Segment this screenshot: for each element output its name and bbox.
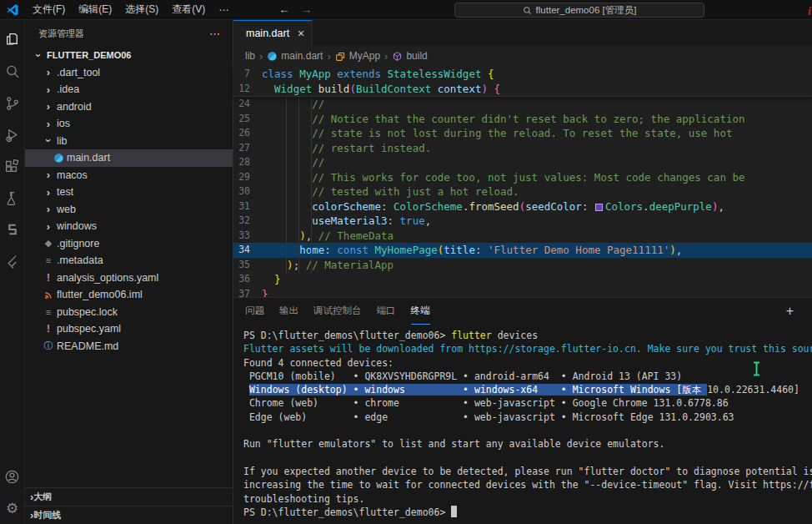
tree-item-test[interactable]: ›test — [25, 184, 233, 201]
panel-actions: + — [786, 304, 800, 319]
tree-item-.idea[interactable]: ›.idea — [25, 81, 233, 98]
activitybar-run-debug[interactable] — [0, 118, 25, 150]
file-icon-slot — [42, 290, 55, 300]
tree-item-.metadata[interactable]: ≡.metadata — [25, 252, 233, 270]
nav-back-icon[interactable]: ← — [278, 3, 289, 16]
activitybar-testing[interactable] — [0, 182, 25, 214]
panel-tab-输出[interactable]: 输出 — [279, 298, 298, 325]
activitybar-source-control[interactable] — [0, 87, 25, 118]
panel-tab-调试控制台[interactable]: 调试控制台 — [313, 298, 362, 325]
tree-item-label: flutter_demo06.iml — [57, 289, 143, 300]
line-number: 25 — [233, 112, 262, 127]
panel-tab-问题[interactable]: 问题 — [245, 298, 264, 325]
new-terminal-button[interactable]: + — [786, 304, 794, 319]
tree-item-analysis_options.yaml[interactable]: !analysis_options.yaml — [25, 270, 233, 287]
tree-item-web[interactable]: ›web — [25, 201, 233, 219]
tree-item-macos[interactable]: ›macos — [25, 167, 233, 184]
tab-main-dart[interactable]: main.dart × — [233, 20, 313, 46]
breadcrumb: lib›main.dart›MyApp›build — [233, 46, 812, 66]
breadcrumb-main.dart[interactable]: main.dart — [267, 50, 323, 62]
panel-tab-终端[interactable]: 终端 — [411, 298, 430, 325]
line-number: 30 — [233, 184, 262, 199]
tree-item-pubspec.yaml[interactable]: !pubspec.yaml — [25, 320, 233, 338]
nav-forward-icon[interactable]: → — [301, 3, 312, 16]
tree-item-label: web — [57, 204, 76, 215]
text-file-icon: ≡ — [42, 255, 55, 265]
tree-item-README.md[interactable]: ⓘREADME.md — [25, 338, 233, 355]
tree-item-flutter_demo06.iml[interactable]: flutter_demo06.iml — [25, 286, 233, 304]
tree-item-.dart_tool[interactable]: ›.dart_tool — [25, 64, 233, 82]
tree-item-label: windows — [57, 220, 97, 232]
line-number: 12 — [233, 82, 262, 97]
line-number: 36 — [233, 272, 262, 287]
red-indicator: i — [808, 4, 811, 18]
close-tab-icon[interactable]: × — [298, 27, 304, 40]
sticky-line-12[interactable]: 12 Widget build(BuildContext context) { — [233, 82, 812, 97]
tree-item-ios[interactable]: ›ios — [25, 115, 233, 133]
activitybar-extensions[interactable] — [0, 150, 25, 182]
activitybar-search[interactable] — [0, 55, 25, 87]
activitybar-flutter[interactable] — [0, 245, 25, 277]
breadcrumb-MyApp[interactable]: MyApp — [335, 50, 380, 62]
terminal-cursor — [451, 506, 457, 517]
tree-item-label: analysis_options.yaml — [57, 272, 158, 284]
code-line-33[interactable]: 33 ), // ThemeData — [233, 229, 812, 244]
iml-file-icon — [43, 290, 54, 300]
tree-item-label: main.dart — [67, 152, 110, 164]
menu-item-2[interactable]: 选择(S) — [118, 1, 165, 18]
vscode-window: 文件(F)编辑(E)选择(S)查看(V)⋯ ←→ flutter_demo06 … — [0, 0, 812, 524]
tree-item-lib[interactable]: ›lib — [25, 133, 233, 150]
breadcrumb-separator: › — [259, 50, 263, 63]
menu-item-3[interactable]: 查看(V) — [165, 1, 212, 18]
section-label: 大纲 — [33, 491, 52, 503]
terminal-line-3: PGCM10 (mobile) • QK8XVSYHD6RGPR9L • and… — [243, 370, 812, 383]
code-line-26[interactable]: 26 // state is not lost during the reloa… — [233, 126, 812, 141]
explorer-sidebar: 资源管理器 ⋯ ›FLUTTER_DEMO06›.dart_tool›.idea… — [25, 20, 233, 524]
code-line-28[interactable]: 28 // — [233, 155, 812, 170]
code-line-25[interactable]: 25 // Notice that the counter didn't res… — [233, 112, 812, 127]
line-number: 31 — [233, 199, 262, 214]
breadcrumb-build[interactable]: build — [392, 50, 427, 62]
tree-item-windows[interactable]: ›windows — [25, 218, 233, 235]
sticky-line-7[interactable]: 7class MyApp extends StatelessWidget { — [233, 67, 812, 82]
menu-item-0[interactable]: 文件(F) — [26, 1, 72, 18]
file-icon-slot: ≡ — [42, 307, 55, 317]
code-line-36[interactable]: 36 } — [233, 272, 812, 287]
code-line-27[interactable]: 27 // restart instead. — [233, 141, 812, 156]
panel-tab-bar: 问题输出调试控制台端口终端+ — [233, 298, 812, 325]
activitybar-account[interactable] — [0, 461, 25, 492]
tree-item-main.dart[interactable]: main.dart — [25, 149, 233, 167]
breadcrumb-lib[interactable]: lib — [245, 50, 255, 62]
code-line-30[interactable]: 30 // tested with just a hot reload. — [233, 184, 812, 199]
file-icon-slot: ! — [42, 323, 55, 335]
sidebar-more-actions-icon[interactable]: ⋯ — [209, 28, 221, 40]
code-line-29[interactable]: 29 // This works for code too, not just … — [233, 170, 812, 185]
tree-item-FLUTTER_DEMO06[interactable]: ›FLUTTER_DEMO06 — [25, 47, 233, 64]
terminal[interactable]: PS D:\flutter_demos\flutter_demo06> flut… — [233, 325, 812, 524]
sidebar-section-0[interactable]: ›大纲 — [25, 487, 233, 506]
code-line-24[interactable]: 24 // — [233, 97, 812, 112]
code-editor[interactable]: 24 //25 // Notice that the counter didn'… — [233, 97, 812, 297]
tree-item-pubspec.lock[interactable]: ≡pubspec.lock — [25, 304, 233, 321]
activitybar-explorer[interactable] — [0, 23, 25, 55]
code-line-31[interactable]: 31 colorScheme: ColorScheme.fromSeed(see… — [233, 199, 812, 214]
tree-item-android[interactable]: ›android — [25, 98, 233, 116]
tree-item-label: pubspec.yaml — [57, 323, 121, 335]
menu-item-4[interactable]: ⋯ — [212, 3, 235, 18]
code-line-34[interactable]: 34 home: const MyHomePage(title: 'Flutte… — [233, 243, 812, 258]
sidebar-title: 资源管理器 — [38, 28, 84, 40]
chevron-right-icon: › — [42, 187, 55, 198]
terminal-line-0: PS D:\flutter_demos\flutter_demo06> flut… — [243, 329, 812, 342]
tree-item-label: .dart_tool — [57, 67, 100, 78]
sidebar-section-1[interactable]: ›时间线 — [25, 506, 233, 524]
code-line-32[interactable]: 32 useMaterial3: true, — [233, 214, 812, 229]
breadcrumb-separator: › — [384, 50, 388, 63]
menu-item-1[interactable]: 编辑(E) — [72, 1, 118, 18]
code-line-37[interactable]: 37} — [233, 287, 812, 298]
tree-item-.gitignore[interactable]: ◆.gitignore — [25, 235, 233, 253]
command-center-search[interactable]: flutter_demo06 [管理员] — [454, 3, 704, 18]
code-line-35[interactable]: 35 ); // MaterialApp — [233, 258, 812, 273]
panel-tab-端口[interactable]: 端口 — [377, 298, 396, 325]
activitybar-s-extension[interactable] — [0, 214, 25, 245]
activitybar-settings[interactable]: ⚙ — [0, 492, 25, 524]
